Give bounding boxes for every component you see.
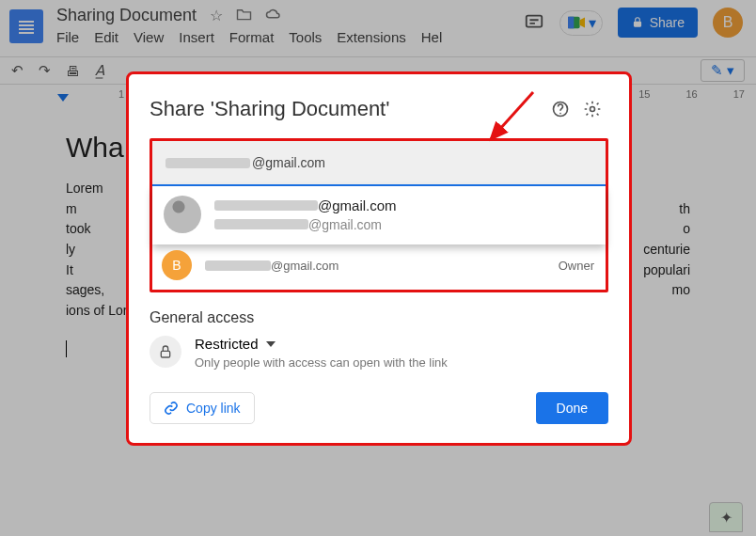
svg-point-7 [591, 107, 595, 112]
suggestion-email: @gmail.com [214, 217, 397, 232]
general-access-title: General access [150, 309, 608, 326]
people-input-block: @gmail.com @gmail.com @gmail.com B @gmai… [150, 138, 608, 292]
share-dialog: Share 'Sharing Document' @gmail.com @gma… [126, 71, 632, 446]
autocomplete-suggestion[interactable]: @gmail.com @gmail.com [152, 186, 606, 244]
access-level-button[interactable]: Restricted [195, 336, 448, 352]
owner-role: Owner [559, 259, 594, 273]
suggestion-name: @gmail.com [214, 197, 397, 213]
gear-icon[interactable] [576, 93, 608, 125]
owner-row: B @gmail.com Owner [152, 244, 606, 290]
redacted-text [165, 158, 250, 168]
owner-email: @gmail.com [205, 259, 339, 273]
svg-point-6 [559, 113, 561, 115]
access-level-label: Restricted [195, 336, 259, 352]
chevron-down-icon [266, 341, 276, 347]
redacted-text [214, 219, 308, 229]
general-access-row: Restricted Only people with access can o… [150, 336, 608, 370]
suggestion-avatar [164, 196, 201, 233]
done-button[interactable]: Done [536, 392, 608, 424]
lock-icon [150, 336, 181, 368]
svg-line-4 [491, 92, 533, 139]
owner-avatar: B [162, 250, 192, 280]
svg-rect-8 [161, 351, 169, 357]
redacted-text [214, 200, 318, 211]
input-visible-text: @gmail.com [252, 155, 325, 170]
redacted-text [205, 260, 271, 271]
annotation-arrow [481, 87, 538, 153]
access-description: Only people with access can open with th… [195, 355, 448, 370]
copy-link-label: Copy link [186, 401, 241, 416]
help-icon[interactable] [544, 93, 576, 125]
copy-link-button[interactable]: Copy link [150, 392, 255, 424]
